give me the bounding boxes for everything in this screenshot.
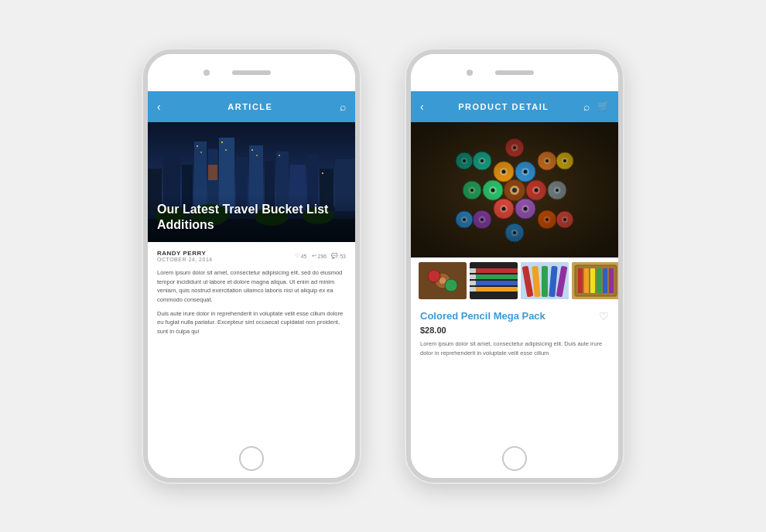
svg-point-95 bbox=[428, 270, 440, 282]
article-hero-overlay: Our Latest Travel Bucket List Additions bbox=[148, 194, 355, 242]
wishlist-heart-icon[interactable]: ♡ bbox=[599, 310, 609, 322]
svg-rect-19 bbox=[225, 149, 227, 151]
svg-rect-117 bbox=[597, 268, 601, 293]
back-icon[interactable]: ‹ bbox=[157, 101, 161, 113]
svg-rect-103 bbox=[470, 281, 476, 285]
speaker-1 bbox=[232, 70, 271, 75]
speaker-2 bbox=[495, 70, 534, 75]
svg-rect-91 bbox=[411, 122, 618, 257]
thumbnail-3[interactable] bbox=[521, 262, 569, 299]
product-screen: ‹ PRODUCT DETAIL ⌕ 🛒 bbox=[411, 91, 618, 439]
svg-rect-21 bbox=[256, 155, 258, 156]
camera-2 bbox=[467, 70, 473, 76]
svg-rect-104 bbox=[470, 287, 518, 292]
svg-rect-118 bbox=[603, 268, 607, 293]
cart-icon[interactable]: 🛒 bbox=[597, 101, 609, 113]
thumbnail-4[interactable] bbox=[572, 262, 618, 299]
article-meta: RANDY PERRY OCTOBER 24, 2014 ♡ 45 ↩ 296 … bbox=[157, 250, 346, 262]
svg-rect-100 bbox=[470, 275, 518, 279]
comments-count: 💬 53 bbox=[331, 253, 346, 259]
search-icon[interactable]: ⌕ bbox=[340, 101, 346, 113]
svg-rect-102 bbox=[470, 281, 518, 285]
product-name: Colored Pencil Mega Pack bbox=[420, 310, 545, 322]
article-screen: ‹ ARTICLE ⌕ bbox=[148, 91, 355, 439]
home-button-2[interactable] bbox=[502, 446, 527, 471]
comment-icon: 💬 bbox=[331, 253, 338, 259]
product-nav-icons: ⌕ 🛒 bbox=[583, 101, 609, 113]
article-hero-image: Our Latest Travel Bucket List Additions bbox=[148, 122, 355, 242]
product-description: Lorem ipsum dolor sit amet, consectetur … bbox=[420, 339, 609, 357]
shares-count: ↩ 296 bbox=[312, 253, 327, 259]
svg-point-94 bbox=[439, 278, 446, 284]
phone-top-2 bbox=[411, 54, 618, 91]
svg-rect-20 bbox=[251, 149, 253, 151]
svg-rect-105 bbox=[470, 287, 476, 292]
home-button-1[interactable] bbox=[239, 446, 264, 471]
phone-top-1 bbox=[148, 54, 355, 91]
phone-article: ‹ ARTICLE ⌕ bbox=[143, 49, 360, 483]
svg-rect-17 bbox=[200, 152, 202, 153]
product-nav-bar: ‹ PRODUCT DETAIL ⌕ 🛒 bbox=[411, 91, 618, 122]
product-name-row: Colored Pencil Mega Pack ♡ bbox=[420, 310, 609, 322]
svg-rect-114 bbox=[578, 268, 583, 293]
svg-rect-18 bbox=[221, 142, 223, 143]
svg-rect-22 bbox=[279, 155, 280, 156]
author-block: RANDY PERRY OCTOBER 24, 2014 bbox=[157, 250, 289, 262]
thumbnail-1[interactable] bbox=[419, 262, 467, 299]
likes-count: ♡ 45 bbox=[295, 253, 307, 259]
svg-rect-23 bbox=[322, 172, 323, 174]
meta-icons: ♡ 45 ↩ 296 💬 53 bbox=[295, 253, 346, 259]
thumbnail-2[interactable] bbox=[470, 262, 518, 299]
phone-bottom-1 bbox=[148, 439, 355, 478]
heart-icon: ♡ bbox=[295, 253, 299, 259]
back-icon-2[interactable]: ‹ bbox=[420, 101, 424, 113]
product-nav-title: PRODUCT DETAIL bbox=[458, 102, 549, 111]
svg-rect-16 bbox=[197, 145, 198, 147]
search-icon-2[interactable]: ⌕ bbox=[583, 101, 590, 113]
svg-rect-109 bbox=[542, 266, 548, 297]
author-name: RANDY PERRY bbox=[157, 250, 289, 257]
svg-rect-116 bbox=[590, 268, 595, 293]
svg-rect-115 bbox=[584, 268, 589, 293]
product-thumbnails bbox=[411, 257, 618, 304]
phone-bottom-2 bbox=[411, 439, 618, 478]
camera-1 bbox=[203, 70, 210, 76]
product-hero-image bbox=[411, 122, 618, 257]
svg-rect-99 bbox=[470, 268, 476, 273]
article-nav-bar: ‹ ARTICLE ⌕ bbox=[148, 91, 355, 122]
phone-product: ‹ PRODUCT DETAIL ⌕ 🛒 bbox=[406, 49, 623, 483]
svg-point-96 bbox=[445, 279, 457, 292]
svg-rect-119 bbox=[609, 268, 614, 293]
svg-rect-24 bbox=[208, 165, 217, 180]
article-date: OCTOBER 24, 2014 bbox=[157, 257, 289, 262]
share-icon: ↩ bbox=[312, 253, 316, 259]
svg-rect-98 bbox=[470, 268, 518, 273]
article-nav-title: ARTICLE bbox=[227, 102, 272, 111]
product-body: Colored Pencil Mega Pack ♡ $28.00 Lorem … bbox=[411, 304, 618, 363]
article-text: Lorem ipsum dolor sit amet, consectetur … bbox=[157, 268, 346, 336]
article-hero-title: Our Latest Travel Bucket List Additions bbox=[157, 202, 346, 233]
article-body: RANDY PERRY OCTOBER 24, 2014 ♡ 45 ↩ 296 … bbox=[148, 242, 355, 439]
product-price: $28.00 bbox=[420, 326, 609, 335]
svg-rect-101 bbox=[470, 275, 476, 279]
